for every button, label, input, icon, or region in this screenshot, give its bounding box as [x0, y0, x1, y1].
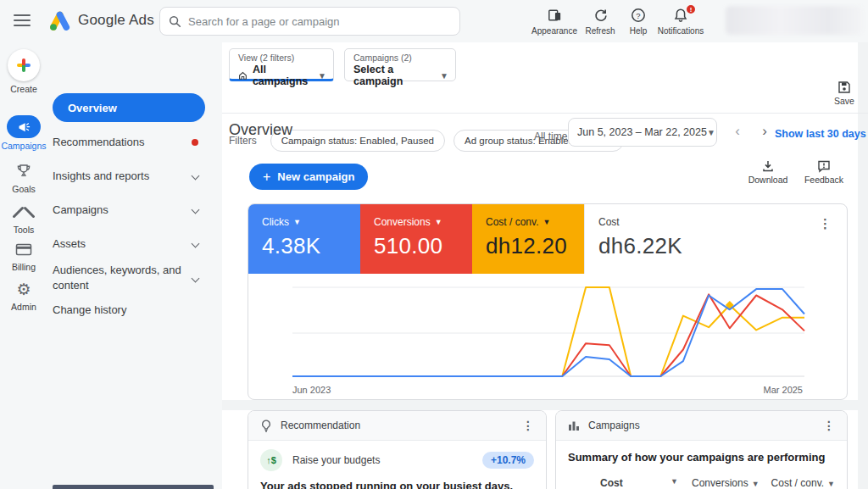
top-app-bar: Google Ads Appearance Refresh ? Help ! N… [0, 0, 868, 42]
campaigns-summary-text: Summary of how your campaigns are perfor… [556, 441, 847, 464]
campaigns-table-header: Cost▼ Conversions▼ Cost / conv.▼ [556, 477, 835, 489]
previous-period-button[interactable]: ‹ [729, 123, 746, 140]
x-axis-start-label: Jun 2023 [292, 385, 331, 395]
appearance-button[interactable]: Appearance [531, 7, 578, 36]
recommendation-card: Recommendation ⋮ ↑$ Raise your budgets +… [248, 410, 547, 489]
divider [222, 113, 868, 114]
chevron-down-icon: ▼ [293, 218, 301, 226]
rail-create-button[interactable]: Create [0, 49, 47, 94]
column-header-conversions[interactable]: Conversions▼ [692, 477, 760, 489]
scorecard-conversions[interactable]: Conversions▼ 510.00 [360, 204, 472, 274]
sidebar-item-recommendations[interactable]: Recommendations [53, 136, 214, 148]
help-button[interactable]: ? Help [621, 7, 655, 36]
lightbulb-icon [260, 420, 272, 432]
chevron-down-icon [192, 240, 200, 248]
megaphone-icon [7, 115, 41, 138]
rail-billing-item[interactable]: Billing [0, 242, 47, 272]
card-gap [222, 400, 868, 410]
filter-chip-campaign-status[interactable]: Campaign status: Enabled, Paused [270, 130, 445, 152]
scorecard-cost[interactable]: Cost▼ dh6.22K [584, 204, 696, 274]
search-input[interactable] [188, 15, 451, 28]
floppy-disk-icon [837, 81, 851, 94]
navigation-rail: Create Campaigns Goals Tools Billing ⚙ A… [0, 42, 47, 489]
appearance-icon [531, 7, 578, 24]
save-button[interactable]: Save [826, 81, 863, 106]
credit-card-icon [0, 242, 47, 259]
chevron-down-icon: ▼ [827, 480, 835, 488]
download-button[interactable]: Download [746, 159, 790, 185]
overview-chart [248, 276, 848, 395]
scrollbar-gutter[interactable] [858, 42, 868, 489]
chevron-down-icon: ▼ [707, 128, 715, 137]
brand-name: Google Ads [78, 12, 154, 29]
search-icon [169, 15, 181, 28]
overview-chart-card: Clicks▼ 4.38K Conversions▼ 510.00 Cost /… [248, 203, 848, 400]
notifications-button[interactable]: ! Notifications [656, 7, 705, 36]
column-header-cost-per-conv[interactable]: Cost / conv.▼ [771, 477, 835, 489]
recommendations-alert-dot [192, 139, 198, 146]
refresh-button[interactable]: Refresh [580, 7, 620, 36]
bottom-edge-partial-element [53, 485, 214, 489]
show-last-30-days-link[interactable]: Show last 30 days [775, 128, 866, 140]
scorecard-cost-per-conversion[interactable]: Cost / conv.▼ dh12.20 [472, 204, 584, 274]
view-filter-dropdown[interactable]: View (2 filters) All campaigns ▼ [229, 48, 334, 81]
chart-card-menu-button[interactable]: ⋮ [819, 216, 832, 231]
sidebar-item-change-history[interactable]: Change history [53, 303, 214, 316]
campaign-select-dropdown[interactable]: Campaigns (2) Select a campaign ▼ [344, 48, 456, 81]
scorecard-clicks[interactable]: Clicks▼ 4.38K [248, 204, 360, 274]
svg-text:?: ? [636, 11, 640, 20]
sidebar-item-assets[interactable]: Assets [53, 237, 214, 250]
main-content: View (2 filters) All campaigns ▼ Campaig… [222, 42, 868, 489]
global-search[interactable] [159, 7, 460, 36]
help-icon: ? [621, 7, 655, 24]
trophy-icon [0, 163, 47, 181]
notifications-icon: ! [656, 7, 705, 24]
recommendation-card-header: Recommendation ⋮ [248, 411, 546, 441]
create-plus-icon [8, 49, 40, 81]
chevron-down-icon [192, 206, 200, 214]
account-info-redacted[interactable] [726, 6, 863, 35]
page-title: Overview [229, 121, 292, 139]
main-menu-icon[interactable] [14, 14, 31, 28]
bar-chart-icon [568, 420, 580, 431]
date-range-preset-label: All time [534, 131, 567, 142]
uplift-badge: +10.7% [482, 452, 534, 469]
chevron-down-icon: ▼ [752, 480, 760, 488]
chevron-down-icon [192, 172, 200, 181]
date-range-picker[interactable]: Jun 5, 2023 – Mar 22, 2025 ▼ [568, 118, 717, 147]
rail-campaigns-item[interactable]: Campaigns [0, 115, 47, 151]
recommendation-body-text: Your ads stopped running on your busiest… [248, 471, 546, 489]
campaigns-card-header: Campaigns ⋮ [556, 411, 847, 441]
rail-tools-item[interactable]: Tools [0, 203, 47, 235]
sidebar-item-audiences-keywords-content[interactable]: Audiences, keywords, and content [53, 263, 214, 293]
notification-badge: ! [685, 3, 697, 15]
tools-icon [0, 203, 47, 222]
refresh-icon [580, 7, 620, 24]
google-ads-logo-icon [47, 10, 71, 32]
plus-icon: + [263, 169, 270, 185]
chevron-down-icon: ▼ [440, 71, 448, 81]
sidebar-item-insights-and-reports[interactable]: Insights and reports [53, 169, 214, 182]
sidebar-item-overview[interactable]: Overview [53, 93, 205, 122]
rail-goals-item[interactable]: Goals [0, 163, 47, 194]
new-campaign-button[interactable]: + New campaign [249, 164, 368, 190]
gear-icon: ⚙ [0, 281, 47, 299]
recommendation-item[interactable]: ↑$ Raise your budgets +10.7% [248, 441, 546, 471]
chevron-down-icon: ▼ [670, 477, 678, 489]
column-header-cost[interactable]: Cost▼ [600, 477, 678, 489]
x-axis-end-label: Mar 2025 [764, 385, 803, 395]
campaigns-card: Campaigns ⋮ Summary of how your campaign… [555, 410, 848, 489]
feedback-button[interactable]: Feedback [802, 159, 846, 185]
raise-budgets-icon: ↑$ [260, 449, 282, 471]
feedback-icon [817, 159, 831, 173]
rail-admin-item[interactable]: ⚙ Admin [0, 281, 47, 312]
next-period-button[interactable]: › [756, 123, 773, 140]
chevron-down-icon [192, 274, 200, 282]
recommendation-card-menu-button[interactable]: ⋮ [522, 419, 534, 432]
chevron-down-icon: ▼ [435, 218, 442, 226]
sidebar-item-campaigns[interactable]: Campaigns [53, 203, 214, 216]
download-icon [761, 159, 775, 173]
chevron-down-icon: ▼ [542, 218, 550, 226]
campaigns-card-menu-button[interactable]: ⋮ [823, 419, 835, 432]
chart-line-cost-conv- [292, 287, 804, 376]
